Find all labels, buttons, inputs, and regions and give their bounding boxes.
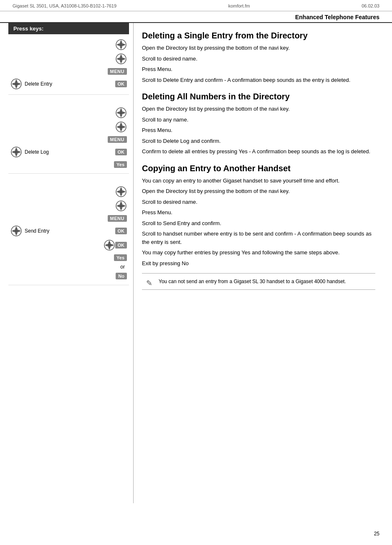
- svg-marker-2: [120, 40, 122, 43]
- heading-delete-all: Deleting All Numbers in the Directory: [142, 91, 375, 101]
- yes-badge-2: Yes: [114, 254, 127, 261]
- svg-marker-38: [120, 187, 122, 190]
- svg-marker-15: [15, 86, 18, 89]
- section-gap-1: [8, 95, 129, 102]
- delete-log-key-row: Delete Log OK: [8, 145, 129, 159]
- svg-point-13: [14, 82, 18, 86]
- section-title: Enhanced Telephone Features: [0, 11, 392, 23]
- svg-marker-52: [12, 230, 14, 232]
- page-container: Gigaset SL 3501, USA, A31008-L350-B102-1…: [0, 0, 392, 545]
- step-copy-1: Open the Directory list by pressing the …: [142, 187, 375, 195]
- section-gap-2: [8, 174, 129, 181]
- svg-marker-16: [12, 83, 14, 85]
- step-copy-6: You may copy further entries by pressing…: [142, 248, 375, 257]
- svg-marker-33: [15, 154, 18, 157]
- delete-entry-label: Delete Entry: [25, 81, 52, 87]
- svg-marker-22: [116, 112, 119, 114]
- section-delete-single: Deleting a Single Entry from the Directo…: [142, 30, 375, 84]
- svg-point-25: [119, 125, 123, 129]
- press-keys-header: Press keys:: [8, 23, 129, 34]
- page-number: 25: [374, 531, 379, 537]
- menu-key-row-1: MENU: [8, 66, 129, 77]
- svg-marker-10: [116, 58, 119, 60]
- no-badge: No: [116, 273, 127, 279]
- no-key-row: No: [8, 271, 129, 281]
- delete-entry-key-row: Delete Entry OK: [8, 77, 129, 91]
- svg-marker-17: [18, 83, 21, 85]
- navi-key-row-2: [8, 52, 129, 66]
- header-right: 06.02.03: [362, 3, 379, 8]
- main-content: Press keys:: [8, 23, 384, 503]
- svg-marker-51: [15, 233, 18, 236]
- yes-key-row-1: Yes: [8, 159, 129, 170]
- svg-marker-40: [116, 190, 119, 193]
- navi-icon-delete-entry: [10, 78, 22, 90]
- navi-icon-4: [115, 121, 127, 133]
- navi-key-row-1: [8, 38, 129, 52]
- svg-marker-59: [111, 244, 114, 246]
- svg-marker-32: [15, 147, 18, 150]
- svg-marker-46: [116, 205, 119, 207]
- step-delete-single-3: Press Menu.: [142, 65, 375, 74]
- step-copy-7: Exit by pressing No: [142, 259, 375, 268]
- navi-icon-1: [115, 39, 127, 51]
- svg-marker-57: [108, 247, 111, 250]
- svg-marker-45: [120, 208, 122, 210]
- ok-badge-2: OK: [115, 149, 127, 155]
- left-column: Press keys:: [8, 23, 134, 503]
- svg-marker-8: [120, 54, 122, 57]
- svg-marker-44: [120, 201, 122, 204]
- svg-marker-3: [120, 47, 122, 49]
- svg-marker-23: [123, 112, 126, 114]
- ok-badge-1: OK: [115, 81, 127, 87]
- svg-marker-41: [123, 190, 126, 193]
- svg-marker-58: [105, 244, 107, 246]
- delete-all-keys: MENU: [8, 102, 129, 174]
- menu-badge-1: MENU: [108, 68, 127, 75]
- svg-marker-35: [18, 151, 21, 153]
- send-entry-label: Send Entry: [25, 228, 49, 234]
- svg-marker-21: [120, 115, 122, 117]
- navi-icon-2: [115, 53, 127, 65]
- svg-marker-27: [120, 129, 122, 132]
- step-copy-3: Press Menu.: [142, 208, 375, 217]
- step-delete-all-2: Scroll to any name.: [142, 116, 375, 124]
- copy-entry-keys: MENU: [8, 181, 129, 285]
- svg-marker-34: [12, 151, 14, 153]
- navi-ok-key-row: OK: [8, 238, 129, 252]
- step-delete-all-3: Press Menu.: [142, 126, 375, 134]
- ok-badge-3: OK: [115, 228, 127, 234]
- svg-point-43: [119, 204, 123, 208]
- svg-point-37: [119, 190, 123, 194]
- step-copy-2: Scroll to desired name.: [142, 198, 375, 206]
- svg-point-19: [119, 111, 123, 115]
- menu-key-row-2: MENU: [8, 134, 129, 145]
- menu-badge-2: MENU: [108, 136, 127, 143]
- step-delete-all-5: Confirm to delete all entries by pressin…: [142, 147, 375, 156]
- note-text: You can not send an entry from a Gigaset…: [159, 279, 346, 284]
- svg-point-55: [107, 243, 111, 247]
- navi-key-row-3: [8, 106, 129, 120]
- step-delete-single-4: Scroll to Delete Entry and confirm - A c…: [142, 76, 375, 84]
- note-box: ✎ You can not send an entry from a Gigas…: [142, 273, 375, 290]
- navi-key-row-5: [8, 185, 129, 199]
- svg-point-49: [14, 229, 18, 233]
- svg-marker-29: [123, 126, 126, 128]
- navi-key-row-6: [8, 199, 129, 213]
- ok-badge-4: OK: [115, 242, 127, 248]
- svg-point-7: [119, 57, 123, 61]
- step-copy-4: Scroll to Send Entry and confirm.: [142, 219, 375, 228]
- svg-marker-50: [15, 226, 18, 229]
- step-delete-single-1: Open the Directory list by pressing the …: [142, 44, 375, 52]
- heading-delete-single: Deleting a Single Entry from the Directo…: [142, 30, 375, 41]
- step-delete-single-2: Scroll to desired name.: [142, 55, 375, 63]
- svg-marker-47: [123, 205, 126, 207]
- step-delete-all-4: Scroll to Delete Log and confirm.: [142, 137, 375, 145]
- page-header: Gigaset SL 3501, USA, A31008-L350-B102-1…: [0, 0, 392, 11]
- svg-marker-39: [120, 194, 122, 196]
- navi-icon-delete-log: [10, 146, 22, 158]
- section-copy-entry: Copying an Entry to Another Handset You …: [142, 163, 375, 290]
- copy-entry-intro: You can copy an entry to another Gigaset…: [142, 177, 375, 185]
- svg-marker-20: [120, 108, 122, 111]
- navi-key-row-4: [8, 120, 129, 134]
